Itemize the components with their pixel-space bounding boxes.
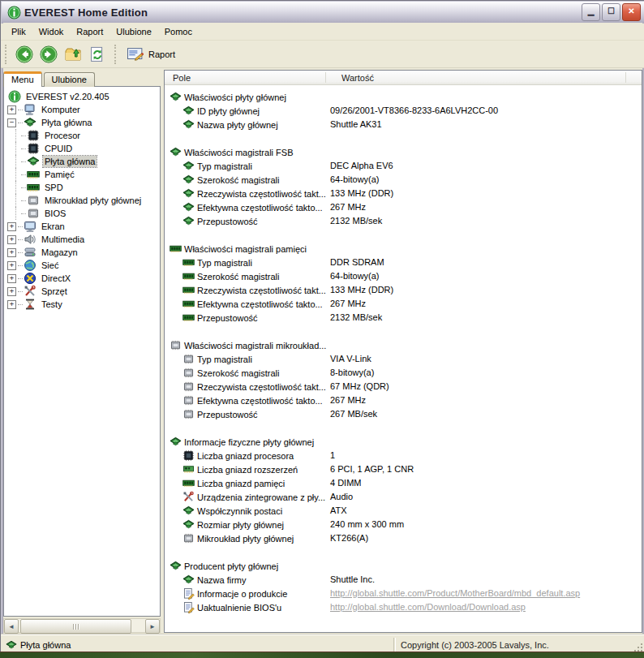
column-header-pole[interactable]: Pole xyxy=(165,73,333,83)
tab-ulubione[interactable]: Ulubione xyxy=(44,72,95,87)
tree-expander-icon[interactable]: + xyxy=(7,105,16,114)
section-title-row[interactable]: Producent płyty głównej xyxy=(165,559,642,573)
table-row[interactable]: Szerokość magistrali64-bitowy(a) xyxy=(165,173,642,187)
sidebar: MenuUlubione EVEREST v2.20.405+Komputer−… xyxy=(3,70,161,633)
scroll-right-button[interactable]: ► xyxy=(145,619,160,634)
directx-icon xyxy=(24,272,36,285)
value-link[interactable]: http://global.shuttle.com/Product/Mother… xyxy=(330,587,580,600)
chip-icon xyxy=(182,394,195,406)
table-row[interactable]: Liczba gniazd procesora1 xyxy=(165,449,642,462)
scrollbar-track[interactable] xyxy=(19,619,145,632)
sidebar-item[interactable]: Płyta główna xyxy=(4,155,160,168)
table-row[interactable]: Urządzenia zintegrowane z pły...Audio xyxy=(165,490,642,504)
sidebar-item[interactable]: SPD xyxy=(4,181,160,194)
section-title-row[interactable]: Właściwości płyty głównej xyxy=(165,90,642,104)
sidebar-item[interactable]: +Ekran xyxy=(4,220,160,233)
table-row[interactable]: Typ magistraliDDR SDRAM xyxy=(165,256,642,269)
table-row[interactable]: Szerokość magistrali8-bitowy(a) xyxy=(165,366,642,380)
mobo-icon xyxy=(182,201,195,213)
tree-expander-icon[interactable]: + xyxy=(7,287,16,296)
sidebar-item[interactable]: Mikroukład płyty głównej xyxy=(4,194,160,207)
sidebar-item[interactable]: +Testy xyxy=(4,298,160,311)
report-icon xyxy=(127,45,144,63)
refresh-button[interactable] xyxy=(85,43,109,66)
title-bar[interactable]: EVEREST Home Edition ▁ ☐ ✕ xyxy=(2,2,644,23)
sidebar-item[interactable]: +Komputer xyxy=(4,103,160,116)
section-title-row[interactable]: Właściwości magistrali pamięci xyxy=(165,242,642,256)
table-row[interactable]: Typ magistraliDEC Alpha EV6 xyxy=(165,159,642,173)
table-row[interactable]: Rozmiar płyty głównej240 mm x 300 mm xyxy=(165,518,642,531)
table-row[interactable]: Przepustowość2132 MB/sek xyxy=(165,214,642,228)
mobo-icon xyxy=(182,505,195,517)
field-value: 267 MHz xyxy=(330,200,366,214)
minimize-button[interactable]: ▁ xyxy=(582,3,600,21)
column-header-wartosc[interactable]: Wartość xyxy=(333,73,374,83)
table-row[interactable]: Przepustowość2132 MB/sek xyxy=(165,311,642,325)
toolbar-grip[interactable] xyxy=(5,45,9,64)
section-title-row[interactable]: Właściwości magistrali FSB xyxy=(165,145,642,159)
table-row[interactable]: Przepustowość267 MB/sek xyxy=(165,407,642,421)
maximize-button[interactable]: ☐ xyxy=(602,3,620,21)
field-label: Nazwa firmy xyxy=(197,575,247,585)
section-title-row[interactable]: Informacje fizyczne płyty głównej xyxy=(165,435,642,449)
sidebar-item[interactable]: BIOS xyxy=(4,207,160,220)
field-value: 267 MB/sek xyxy=(330,407,377,421)
table-row[interactable]: Mikroukład płyty głównejKT266(A) xyxy=(165,531,642,545)
tree-expander-icon[interactable]: + xyxy=(7,300,16,309)
sidebar-item[interactable]: Pamięć xyxy=(4,168,160,181)
main-panel: Pole Wartość Właściwości płyty głównejID… xyxy=(164,70,642,633)
tree-expander-icon[interactable]: − xyxy=(7,118,16,127)
tools-icon xyxy=(24,285,36,298)
table-row[interactable]: Typ magistraliVIA V-Link xyxy=(165,352,642,366)
tree-expander-icon[interactable]: + xyxy=(7,261,16,270)
menu-item-ulubione[interactable]: Ulubione xyxy=(109,25,157,38)
tree-expander-icon[interactable]: + xyxy=(7,235,16,244)
table-row[interactable]: Rzeczywista częstotliwość takt...67 MHz … xyxy=(165,380,642,394)
table-row[interactable]: ID płyty głównej09/26/2001-VT8366-8233-6… xyxy=(165,104,642,118)
table-row[interactable]: Szerokość magistrali64-bitowy(a) xyxy=(165,269,642,283)
table-row[interactable]: Rzeczywista częstotliwość takt...133 MHz… xyxy=(165,187,642,200)
table-row[interactable]: Liczba gniazd pamięci4 DIMM xyxy=(165,476,642,490)
sidebar-item[interactable]: EVEREST v2.20.405 xyxy=(4,90,160,103)
menu-item-widok[interactable]: Widok xyxy=(32,25,71,38)
scrollbar-thumb[interactable] xyxy=(20,619,131,634)
sidebar-item[interactable]: Procesor xyxy=(4,129,160,142)
sidebar-horizontal-scrollbar[interactable]: ◄ ► xyxy=(3,618,161,633)
table-row[interactable]: Rzeczywista częstotliwość takt...133 MHz… xyxy=(165,283,642,297)
menu-item-pomoc[interactable]: Pomoc xyxy=(158,25,199,38)
scroll-left-button[interactable]: ◄ xyxy=(4,619,19,634)
table-row[interactable]: Efektywna częstotliwość takto...267 MHz xyxy=(165,394,642,407)
table-row[interactable]: Współczynnik postaciATX xyxy=(165,504,642,518)
sidebar-item[interactable]: +DirectX xyxy=(4,272,160,285)
display-icon xyxy=(24,220,36,233)
folder-up-button[interactable] xyxy=(61,43,85,66)
cpu-icon xyxy=(182,449,195,462)
menu-item-plik[interactable]: Plik xyxy=(5,25,32,38)
sidebar-item[interactable]: +Sprzęt xyxy=(4,285,160,298)
sidebar-item[interactable]: +Multimedia xyxy=(4,233,160,246)
table-row[interactable]: Nazwa płyty głównejShuttle AK31 xyxy=(165,118,642,131)
value-link[interactable]: http://global.shuttle.com/Download/Downl… xyxy=(330,600,526,614)
report-button[interactable]: Raport xyxy=(123,42,182,67)
tree-expander-icon[interactable]: + xyxy=(7,222,16,231)
sidebar-item[interactable]: +Sieć xyxy=(4,259,160,272)
back-button[interactable] xyxy=(12,43,36,66)
sidebar-item[interactable]: −Płyta główna xyxy=(4,116,160,129)
tree-expander-icon[interactable]: + xyxy=(7,274,16,283)
tab-menu[interactable]: Menu xyxy=(3,71,42,87)
table-row[interactable]: Efektywna częstotliwość takto...267 MHz xyxy=(165,297,642,311)
sidebar-item[interactable]: +Magazyn xyxy=(4,246,160,259)
sidebar-item[interactable]: CPUID xyxy=(4,142,160,155)
mobo-icon xyxy=(182,518,195,531)
menu-item-raport[interactable]: Raport xyxy=(70,25,109,38)
table-row[interactable]: Uaktualnienie BIOS'uhttp://global.shuttl… xyxy=(165,600,642,614)
mobo-icon xyxy=(170,146,182,158)
table-row[interactable]: Efektywna częstotliwość takto...267 MHz xyxy=(165,200,642,214)
table-row[interactable]: Liczba gniazd rozszerzeń6 PCI, 1 AGP, 1 … xyxy=(165,462,642,476)
table-row[interactable]: Nazwa firmyShuttle Inc. xyxy=(165,573,642,587)
forward-button[interactable] xyxy=(36,43,61,66)
close-button[interactable]: ✕ xyxy=(622,3,641,21)
tree-expander-icon[interactable]: + xyxy=(7,248,16,257)
table-row[interactable]: Informacje o produkciehttp://global.shut… xyxy=(165,587,642,600)
section-title-row[interactable]: Właściwości magistrali mikroukład... xyxy=(165,338,642,352)
